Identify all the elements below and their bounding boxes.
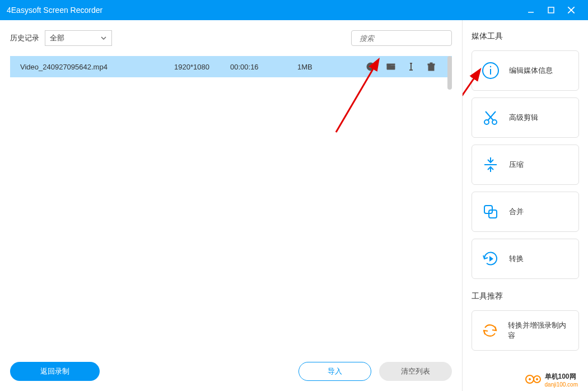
tool-compress[interactable]: 压缩: [472, 145, 579, 185]
filter-dropdown[interactable]: 全部: [45, 30, 112, 46]
svg-rect-8: [387, 64, 395, 65]
svg-point-34: [536, 378, 538, 380]
maximize-button[interactable]: [541, 0, 561, 20]
filter-value: 全部: [50, 33, 64, 43]
play-button[interactable]: [366, 62, 376, 72]
tool-merge[interactable]: 合并: [472, 192, 579, 232]
app-title: 4Easysoft Screen Recorder: [7, 6, 521, 15]
compress-icon: [480, 154, 501, 175]
tool-edit-media-info[interactable]: 编辑媒体信息: [472, 50, 579, 91]
tool-label: 编辑媒体信息: [509, 66, 553, 76]
convert-icon: [480, 248, 501, 269]
tool-advanced-trim[interactable]: 高级剪辑: [472, 97, 579, 138]
info-icon: [480, 60, 501, 81]
table-row[interactable]: Video_240927095642.mp4 1920*1080 00:00:1…: [10, 56, 452, 77]
tool-convert-enhance[interactable]: 转换并增强录制内容: [472, 310, 579, 351]
delete-button[interactable]: [426, 62, 436, 72]
chevron-down-icon: [100, 35, 107, 41]
edit-button[interactable]: [406, 62, 416, 72]
search-input[interactable]: [360, 34, 454, 43]
file-name: Video_240927095642.mp4: [20, 63, 174, 71]
side-panel: 媒体工具 编辑媒体信息 高级剪辑 压缩: [462, 20, 588, 391]
watermark-logo-icon: [525, 373, 542, 387]
main-panel: 历史记录 全部 Video_240927095642.mp4 1920*1080…: [0, 20, 462, 391]
toolbar: 历史记录 全部: [10, 30, 452, 46]
tool-convert[interactable]: 转换: [472, 239, 579, 279]
bottom-bar: 返回录制 导入 清空列表: [10, 355, 452, 381]
media-tools-title: 媒体工具: [472, 31, 579, 41]
watermark-text: 单机100网: [545, 372, 578, 381]
watermark: 单机100网 danji100.com: [525, 372, 578, 388]
back-to-record-button[interactable]: 返回录制: [10, 362, 100, 381]
tool-label: 转换: [509, 254, 524, 264]
tool-label: 转换并增强录制内容: [508, 320, 571, 341]
svg-rect-1: [548, 7, 554, 13]
titlebar: 4Easysoft Screen Recorder: [0, 0, 588, 20]
svg-rect-12: [430, 66, 431, 69]
history-label: 历史记录: [10, 33, 39, 43]
list-scrollbar[interactable]: [447, 56, 452, 355]
tool-label: 合并: [509, 207, 524, 217]
svg-rect-11: [430, 63, 432, 64]
refresh-icon: [480, 320, 500, 341]
svg-rect-13: [431, 66, 432, 69]
clear-list-button[interactable]: 清空列表: [379, 362, 452, 381]
scissors-icon: [480, 107, 501, 128]
tool-label: 高级剪辑: [509, 113, 538, 123]
open-folder-button[interactable]: [386, 62, 396, 72]
tool-label: 压缩: [509, 160, 524, 170]
file-resolution: 1920*1080: [174, 63, 230, 71]
search-box[interactable]: [351, 30, 452, 46]
watermark-url: danji100.com: [545, 381, 578, 388]
svg-point-19: [490, 66, 491, 67]
recommend-title: 工具推荐: [472, 291, 579, 301]
minimize-button[interactable]: [521, 0, 541, 20]
import-button[interactable]: 导入: [298, 362, 371, 381]
svg-rect-14: [432, 66, 433, 69]
file-duration: 00:00:16: [230, 63, 297, 71]
file-size: 1MB: [297, 63, 353, 71]
svg-marker-29: [489, 256, 493, 262]
merge-icon: [480, 201, 501, 222]
history-list: Video_240927095642.mp4 1920*1080 00:00:1…: [10, 56, 452, 355]
close-button[interactable]: [561, 0, 581, 20]
